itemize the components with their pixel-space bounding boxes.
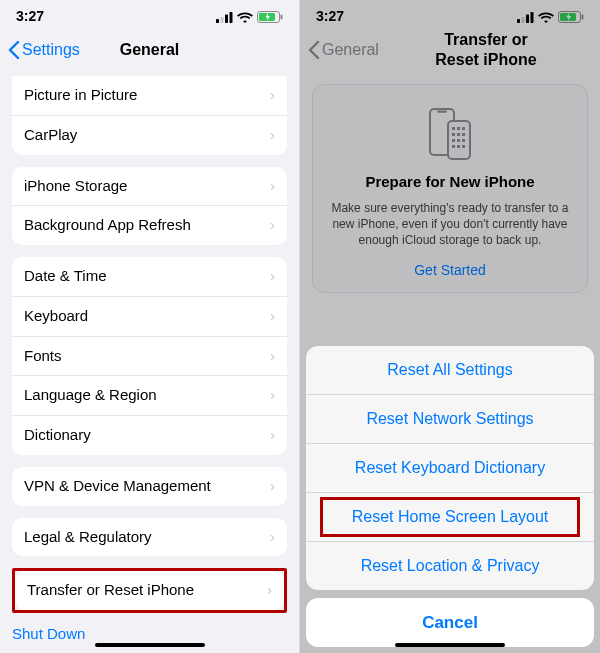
row-date-time[interactable]: Date & Time› xyxy=(12,257,287,296)
nav-back-label: Settings xyxy=(22,40,80,60)
row-dictionary[interactable]: Dictionary› xyxy=(12,415,287,455)
row-picture-in-picture[interactable]: Picture in Picture› xyxy=(12,76,287,115)
chevron-left-icon xyxy=(8,41,20,59)
svg-rect-1 xyxy=(221,17,224,23)
settings-group: Transfer or Reset iPhone› xyxy=(15,571,284,610)
settings-group: iPhone Storage› Background App Refresh› xyxy=(12,167,287,246)
svg-rect-0 xyxy=(216,19,219,23)
chevron-right-icon: › xyxy=(270,477,275,496)
chevron-right-icon: › xyxy=(270,177,275,196)
reset-action-sheet: Reset All Settings Reset Network Setting… xyxy=(306,346,594,647)
row-legal-regulatory[interactable]: Legal & Regulatory› xyxy=(12,518,287,557)
nav-back-button[interactable]: Settings xyxy=(8,40,80,60)
sheet-reset-all-settings[interactable]: Reset All Settings xyxy=(306,346,594,394)
settings-group: Picture in Picture› CarPlay› xyxy=(12,76,287,155)
row-keyboard[interactable]: Keyboard› xyxy=(12,296,287,336)
chevron-right-icon: › xyxy=(270,347,275,366)
settings-group: VPN & Device Management› xyxy=(12,467,287,506)
screen-transfer-or-reset: 3:27 General Transfer or Reset iPhone xyxy=(300,0,600,653)
nav-title: General xyxy=(120,40,180,60)
settings-group: Legal & Regulatory› xyxy=(12,518,287,557)
row-background-app-refresh[interactable]: Background App Refresh› xyxy=(12,205,287,245)
svg-rect-6 xyxy=(281,15,283,20)
signal-icon xyxy=(216,12,233,23)
wifi-icon xyxy=(237,12,253,23)
chevron-right-icon: › xyxy=(270,386,275,405)
chevron-right-icon: › xyxy=(270,126,275,145)
action-sheet-group: Reset All Settings Reset Network Setting… xyxy=(306,346,594,590)
chevron-right-icon: › xyxy=(270,528,275,547)
row-carplay[interactable]: CarPlay› xyxy=(12,115,287,155)
status-time: 3:27 xyxy=(16,8,44,26)
row-iphone-storage[interactable]: iPhone Storage› xyxy=(12,167,287,206)
row-vpn-device-management[interactable]: VPN & Device Management› xyxy=(12,467,287,506)
annotation-highlight: Transfer or Reset iPhone› xyxy=(12,568,287,613)
row-language-region[interactable]: Language & Region› xyxy=(12,375,287,415)
chevron-right-icon: › xyxy=(270,86,275,105)
sheet-reset-keyboard-dictionary[interactable]: Reset Keyboard Dictionary xyxy=(306,443,594,492)
status-bar: 3:27 xyxy=(0,0,299,34)
sheet-reset-location-privacy[interactable]: Reset Location & Privacy xyxy=(306,541,594,590)
sheet-reset-network-settings[interactable]: Reset Network Settings xyxy=(306,394,594,443)
nav-bar: Settings General xyxy=(0,34,299,66)
status-icons xyxy=(216,11,283,23)
screen-general-settings: 3:27 Settings General Picture in Picture… xyxy=(0,0,300,653)
home-indicator[interactable] xyxy=(95,643,205,647)
row-transfer-or-reset-iphone[interactable]: Transfer or Reset iPhone› xyxy=(15,571,284,610)
svg-rect-2 xyxy=(225,14,228,23)
svg-rect-3 xyxy=(230,12,233,23)
settings-group: Date & Time› Keyboard› Fonts› Language &… xyxy=(12,257,287,455)
chevron-right-icon: › xyxy=(270,267,275,286)
settings-list[interactable]: Picture in Picture› CarPlay› iPhone Stor… xyxy=(0,66,299,653)
chevron-right-icon: › xyxy=(270,216,275,235)
chevron-right-icon: › xyxy=(267,581,272,600)
row-fonts[interactable]: Fonts› xyxy=(12,336,287,376)
chevron-right-icon: › xyxy=(270,426,275,445)
chevron-right-icon: › xyxy=(270,307,275,326)
row-shut-down[interactable]: Shut Down xyxy=(0,613,299,644)
battery-icon xyxy=(257,11,283,23)
sheet-cancel-button[interactable]: Cancel xyxy=(306,598,594,647)
home-indicator[interactable] xyxy=(395,643,505,647)
sheet-reset-home-screen-layout[interactable]: Reset Home Screen Layout xyxy=(306,492,594,541)
